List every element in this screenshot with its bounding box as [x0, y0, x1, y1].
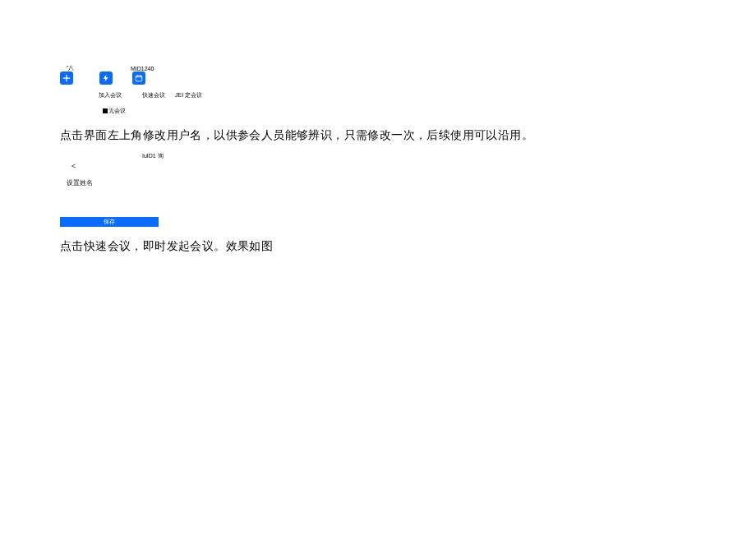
- black-square-icon: [103, 108, 108, 113]
- join-meeting-tile[interactable]: [60, 71, 73, 85]
- save-button-label: 保存: [104, 218, 115, 226]
- plus-icon: [62, 71, 71, 85]
- instruction-paragraph-1: 点击界面左上角修改用户名，以供参会人员能够辨识，只需修改一次，后续使用可以沿用。: [60, 128, 533, 143]
- sub-small-text: IuID1 询: [142, 152, 164, 160]
- back-icon[interactable]: <: [71, 162, 76, 170]
- no-meeting-row: 无会议: [103, 107, 126, 115]
- schedule-meeting-tile[interactable]: [132, 71, 145, 85]
- calendar-icon: [135, 71, 143, 85]
- svg-rect-0: [136, 76, 142, 81]
- quick-meeting-tile[interactable]: [99, 71, 113, 85]
- instruction-paragraph-2: 点击快速会议，即时发起会议。效果如图: [60, 239, 273, 254]
- quick-meeting-label: 快速会议: [142, 91, 165, 99]
- join-meeting-label: 加入会议: [99, 91, 122, 99]
- save-button[interactable]: 保存: [60, 217, 159, 227]
- no-meeting-text: 无会议: [108, 108, 126, 113]
- lightning-icon: [102, 71, 110, 85]
- set-name-label: 设置姓名: [67, 178, 93, 187]
- schedule-meeting-label: JEI 定会议: [175, 91, 202, 99]
